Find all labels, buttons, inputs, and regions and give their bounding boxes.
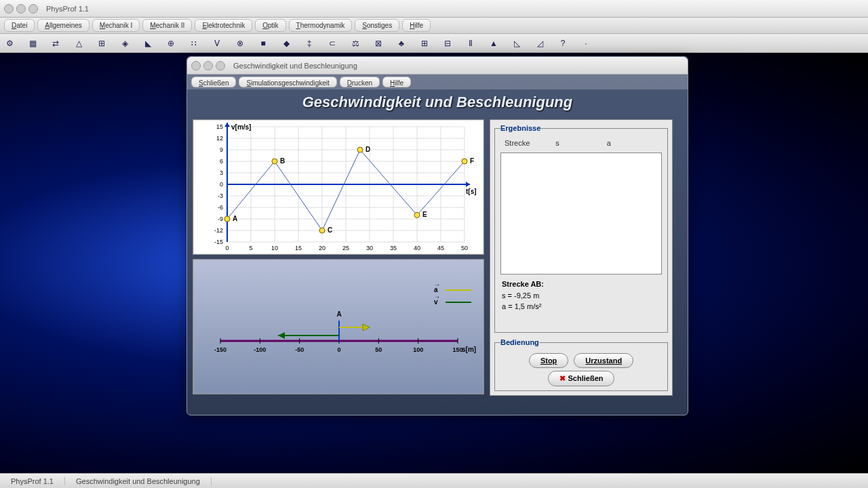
toolbar-icon[interactable]: ? (557, 38, 568, 49)
banner-title: Geschwindigkeit und Beschleunigung (187, 89, 688, 115)
col-a: a (607, 139, 658, 147)
toolbar-icon[interactable]: Ⅴ (212, 38, 222, 49)
toolbar-icon[interactable]: ⊞ (419, 38, 430, 49)
svg-text:45: 45 (437, 245, 444, 251)
toolbar-icon[interactable]: △ (73, 38, 84, 49)
menu-mechanik i[interactable]: Mechanik I (92, 19, 140, 32)
svg-text:s[m]: s[m] (462, 346, 476, 353)
close-icon: ✖ (559, 374, 566, 382)
main-menubar: DateiAllgemeinesMechanik IMechanik IIEle… (0, 18, 868, 34)
menu-hilfe[interactable]: Hilfe (402, 19, 431, 32)
toolbar-icon[interactable]: ♣ (396, 38, 407, 49)
svg-text:12: 12 (216, 135, 223, 142)
svg-point-58 (414, 212, 420, 218)
toolbar-icon[interactable]: ■ (258, 38, 269, 49)
window-button[interactable] (191, 61, 201, 70)
window-button[interactable] (4, 4, 14, 14)
results-summary: Strecke AB: s = -9,25 m a = 1,5 m/s² (500, 274, 662, 317)
toolbar-icon[interactable]: ⊂ (327, 38, 338, 49)
svg-text:15: 15 (216, 123, 223, 130)
svg-marker-83 (278, 332, 285, 339)
svg-point-50 (224, 216, 230, 222)
content-area: Geschwindigkeit und Beschleunigung Schli… (0, 53, 868, 473)
toolbar-icon[interactable]: ⇄ (50, 38, 61, 49)
main-toolbar: ⚙▦⇄△⊞◈◣⊕∷Ⅴ⊗■◆‡⊂⚖⊠♣⊞⊟Ⅱ▲◺◿?· (0, 34, 868, 53)
status-app: PhysProf 1.1 (0, 477, 65, 485)
submenu-hilfe[interactable]: Hilfe (382, 77, 411, 87)
svg-text:→: → (434, 281, 440, 288)
svg-text:30: 30 (366, 245, 373, 251)
toolbar-icon[interactable]: ◿ (534, 38, 545, 49)
svg-text:-9: -9 (218, 216, 223, 222)
svg-text:→: → (434, 293, 440, 300)
svg-text:v[m/s]: v[m/s] (231, 123, 251, 131)
sub-window-title: Geschwindigkeit und Beschleunigung (233, 62, 357, 70)
toolbar-icon[interactable]: ▲ (488, 38, 499, 49)
controls-legend: Bedienung (500, 338, 539, 346)
svg-text:40: 40 (414, 245, 420, 251)
app-title: PhysProf 1.1 (46, 5, 89, 13)
position-simulation: -150-100-50050100150s[m]Aa→v→ (193, 259, 484, 394)
menu-allgemeines[interactable]: Allgemeines (37, 19, 89, 32)
svg-text:-12: -12 (214, 227, 223, 234)
toolbar-icon[interactable]: ⊕ (165, 38, 176, 49)
toolbar-icon[interactable]: ⚖ (350, 38, 361, 49)
svg-text:-100: -100 (254, 346, 266, 353)
toolbar-icon[interactable]: ⊞ (96, 38, 107, 49)
toolbar-icon[interactable]: ◣ (142, 38, 153, 49)
summary-s: s = -9,25 m (502, 291, 539, 300)
svg-text:-6: -6 (218, 204, 223, 211)
submenu-drucken[interactable]: Drucken (340, 77, 380, 87)
window-button[interactable] (203, 61, 213, 70)
svg-text:C: C (328, 226, 332, 234)
velocity-chart: 05101520253035404550-15-12-9-6-303691215… (193, 119, 484, 255)
submenu-simulationsgeschwindigkeit[interactable]: Simulationsgeschwindigkeit (239, 77, 336, 87)
svg-text:5: 5 (249, 245, 252, 251)
svg-text:6: 6 (220, 158, 223, 165)
toolbar-icon[interactable]: ⊟ (442, 38, 453, 49)
menu-datei[interactable]: Datei (4, 19, 35, 32)
toolbar-icon[interactable]: ◺ (511, 38, 522, 49)
menu-sonstiges[interactable]: Sonstiges (355, 19, 399, 32)
results-list (500, 152, 662, 274)
svg-text:9: 9 (220, 146, 223, 153)
toolbar-icon[interactable]: ∷ (189, 38, 199, 49)
toolbar-icon[interactable]: ⊠ (373, 38, 384, 49)
toolbar-icon[interactable]: ⚙ (4, 38, 15, 49)
toolbar-icon[interactable]: ‡ (304, 38, 315, 49)
svg-text:F: F (470, 157, 474, 165)
svg-text:-3: -3 (218, 192, 223, 199)
reset-button[interactable]: Urzustand (574, 353, 633, 368)
toolbar-icon[interactable]: ▦ (27, 38, 38, 49)
submenu-schließen[interactable]: Schließen (191, 77, 236, 87)
svg-text:E: E (422, 211, 427, 218)
svg-text:-50: -50 (295, 346, 304, 353)
svg-text:A: A (336, 310, 341, 318)
svg-text:-150: -150 (214, 346, 226, 353)
svg-point-52 (272, 159, 277, 164)
sub-titlebar: Geschwindigkeit und Beschleunigung (187, 57, 688, 75)
toolbar-icon[interactable]: ◆ (281, 38, 292, 49)
menu-thermodynamik[interactable]: Thermodynamik (289, 19, 353, 32)
toolbar-icon[interactable]: Ⅱ (465, 38, 476, 49)
window-button[interactable] (16, 4, 26, 14)
toolbar-icon[interactable]: ◈ (119, 38, 130, 49)
svg-text:15: 15 (295, 245, 302, 251)
svg-marker-25 (224, 123, 230, 127)
window-button[interactable] (28, 4, 38, 14)
close-button[interactable]: ✖Schließen (548, 371, 615, 386)
stop-button[interactable]: Stop (529, 353, 568, 368)
svg-text:100: 100 (413, 346, 423, 353)
toolbar-icon[interactable]: ⊗ (235, 38, 245, 49)
results-legend: Ergebnisse (500, 124, 540, 132)
toolbar-icon[interactable]: · (580, 38, 591, 49)
menu-mechanik ii[interactable]: Mechanik II (142, 19, 192, 32)
summary-label: Strecke AB: (502, 280, 544, 288)
svg-point-56 (357, 147, 363, 152)
window-button[interactable] (216, 61, 225, 70)
svg-text:25: 25 (342, 245, 349, 251)
svg-marker-81 (363, 324, 370, 331)
menu-elektrotechnik[interactable]: Elektrotechnik (195, 19, 252, 32)
menu-optik[interactable]: Optik (255, 19, 285, 32)
svg-point-54 (319, 228, 325, 233)
